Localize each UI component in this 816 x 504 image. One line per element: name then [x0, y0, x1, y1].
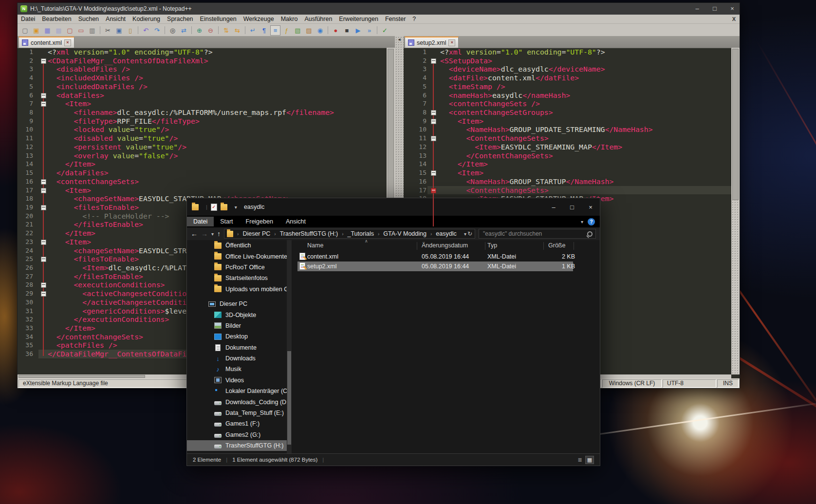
scrollbar-thumb[interactable] [287, 351, 291, 445]
menu-bearbeiten[interactable]: Bearbeiten [38, 15, 74, 23]
fold-marker-icon[interactable] [41, 188, 46, 193]
fold-marker-icon[interactable] [431, 58, 436, 64]
save-all-button[interactable]: ▩ [54, 25, 64, 36]
code-line-6[interactable]: 6 <dataFiles> [18, 91, 387, 100]
code-line-6[interactable]: 6 <nameHash>easydlc</nameHash> [404, 91, 731, 100]
breadcrumb-separator-icon[interactable]: › [428, 231, 434, 237]
new-folder-icon[interactable] [221, 204, 227, 210]
nav-item-ffentlich[interactable]: Öffentlich [187, 240, 292, 251]
search-input[interactable] [482, 230, 587, 238]
cut-button[interactable]: ✂ [103, 25, 113, 36]
save-file-button[interactable]: ▦ [42, 25, 53, 36]
code-line-17[interactable]: 17 <Item> [18, 186, 387, 195]
nav-item-office-live-dokumente[interactable]: Office Live-Dokumente [187, 251, 292, 261]
find-button[interactable]: ◎ [167, 25, 178, 36]
code-line-5[interactable]: 5 <includedDataFiles /> [18, 82, 387, 91]
up-button[interactable]: ↑ [217, 229, 221, 239]
code-line-9[interactable]: 9 <Item> [404, 117, 731, 126]
help-icon[interactable]: ? [588, 218, 595, 225]
code-line-4[interactable]: 4 <includedXmlFiles /> [18, 74, 387, 82]
address-bar[interactable]: ›Dieser PC›TrasherStuffGTG (H:)›_Tutoria… [224, 229, 475, 239]
code-line-17[interactable]: 17 <ContentChangeSets> [404, 186, 731, 195]
menu-sprachen[interactable]: Sprachen [164, 15, 197, 23]
code-line-11[interactable]: 11 <ContentChangeSets> [404, 134, 731, 143]
nav-item-pcroot-office[interactable]: PcRooT Office [187, 262, 292, 273]
search-icon[interactable] [587, 231, 593, 237]
code-line-10[interactable]: 10 <locked value="true"/> [18, 125, 387, 134]
sync-scroll-v-button[interactable]: ⇅ [221, 25, 231, 36]
code-line-16[interactable]: 16 <contentChangeSets> [18, 177, 387, 186]
replace-button[interactable]: ⇄ [179, 25, 189, 36]
fold-marker-icon[interactable] [431, 110, 436, 115]
indent-guide-button[interactable]: ≡ [270, 25, 280, 36]
fold-marker-icon[interactable] [41, 291, 46, 297]
fold-marker-icon[interactable] [41, 205, 46, 210]
undo-button[interactable]: ↶ [141, 25, 151, 36]
fold-marker-icon[interactable] [431, 170, 436, 176]
monitoring-eye-button[interactable]: ◉ [315, 25, 325, 36]
menu-suchen[interactable]: Suchen [75, 15, 102, 23]
breadcrumb-separator-icon[interactable]: › [340, 231, 345, 237]
code-line-2[interactable]: 2<CDataFileMgr__ContentsOfDataFileXml> [18, 56, 387, 65]
sort-ascending-icon[interactable]: ∧ [365, 239, 368, 243]
code-line-7[interactable]: 7 <Item> [18, 99, 387, 108]
fold-marker-icon[interactable] [41, 282, 46, 288]
fold-marker-icon[interactable] [41, 257, 46, 262]
show-all-characters-button[interactable]: ¶ [259, 25, 269, 36]
tab-close-icon[interactable]: × [64, 39, 71, 46]
code-line-12[interactable]: 12 <persistent value="true"/> [18, 143, 387, 151]
open-file-button[interactable]: ▣ [31, 25, 41, 36]
menu-kodierung[interactable]: Kodierung [129, 15, 164, 23]
macro-play-button[interactable]: ▶ [353, 25, 363, 36]
maximize-button[interactable]: □ [563, 198, 581, 216]
column-separator[interactable] [485, 242, 485, 250]
view-details-button[interactable]: ▦ [585, 456, 594, 464]
fold-marker-icon[interactable] [431, 188, 436, 193]
fold-marker-icon[interactable] [431, 136, 436, 141]
nav-item-musik[interactable]: ♪Musik [187, 364, 292, 374]
column-header-typ[interactable]: Typ [487, 242, 497, 249]
copy-button[interactable]: ▣ [114, 25, 124, 36]
macro-stop-button[interactable]: ■ [342, 25, 352, 36]
breadcrumb-item-gta-v-modding[interactable]: GTA-V Modding [382, 230, 427, 237]
code-line-5[interactable]: 5 <timeStamp /> [404, 82, 731, 91]
function-list-button[interactable]: ƒ [281, 25, 292, 36]
tab-close-icon[interactable]: × [448, 39, 455, 46]
nav-item-desktop[interactable]: Desktop [187, 331, 292, 342]
code-line-3[interactable]: 3 <deviceName>dlc_easydlc</deviceName> [404, 65, 731, 74]
nav-item-dokumente[interactable]: Dokumente [187, 342, 292, 353]
fold-marker-icon[interactable] [41, 179, 46, 185]
code-line-16[interactable]: 16 <NameHash>GROUP_STARTUP</NameHash> [404, 177, 731, 186]
menu-makro[interactable]: Makro [278, 15, 301, 23]
ribbon-tab-freigeben[interactable]: Freigeben [240, 217, 279, 226]
redo-button[interactable]: ↷ [152, 25, 162, 36]
code-line-4[interactable]: 4 <datFile>content.xml</datFile> [404, 74, 731, 82]
history-chevron-icon[interactable]: ▾ [211, 231, 214, 237]
nav-item-data-temp-stuff-e[interactable]: Data_Temp_Stuff (E:) [187, 408, 292, 418]
vertical-scrollbar[interactable] [731, 48, 740, 374]
column-header-nderungsdatum[interactable]: Änderungsdatum [422, 242, 468, 249]
file-row-content-xml[interactable]: content.xml05.08.2019 16:44XML-Datei2 KB [297, 252, 573, 261]
macro-record-button[interactable]: ● [331, 25, 341, 36]
view-list-button[interactable]: ≣ [575, 456, 584, 464]
ribbon-tab-start[interactable]: Start [214, 217, 239, 226]
back-button[interactable]: ← [191, 229, 198, 239]
column-header-name[interactable]: Name [307, 242, 323, 249]
column-separator[interactable] [417, 242, 417, 250]
code-line-8[interactable]: 8 <contentChangeSetGroups> [404, 108, 731, 117]
code-line-11[interactable]: 11 <disabled value="true"/> [18, 134, 387, 143]
code-line-14[interactable]: 14 </Item> [404, 160, 731, 168]
nav-item-bilder[interactable]: Bilder [187, 320, 292, 331]
file-row-setup2-xml[interactable]: setup2.xml05.08.2019 16:44XML-Datei1 KB [297, 261, 573, 271]
code-line-9[interactable]: 9 <fileType>RPF_FILE</fileType> [18, 117, 387, 126]
menu-werkzeuge[interactable]: Werkzeuge [240, 15, 278, 23]
close-button[interactable]: × [725, 3, 740, 15]
close-file-button[interactable]: ▢ [65, 25, 75, 36]
minimize-button[interactable]: – [544, 198, 563, 216]
fold-marker-icon[interactable] [41, 101, 46, 107]
nav-item-uploads-von-mobilen-ger-ten[interactable]: Uploads von mobilen Geräten [187, 284, 292, 295]
code-line-15[interactable]: 15 </dataFiles> [18, 168, 387, 177]
menu-help[interactable]: ? [409, 15, 419, 23]
nav-item-games2-g[interactable]: Games2 (G:) [187, 429, 292, 440]
nav-scrollbar[interactable] [287, 240, 292, 453]
